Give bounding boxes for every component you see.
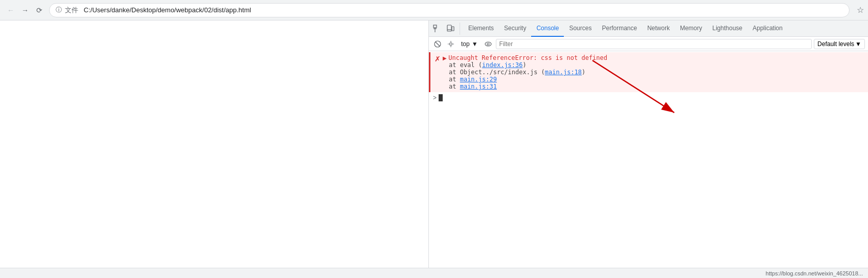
stack-link-3[interactable]: main.js:29	[460, 76, 497, 83]
levels-dropdown-icon: ▼	[855, 40, 861, 48]
context-value: top	[461, 40, 470, 48]
reload-button[interactable]: ⟳	[33, 4, 46, 17]
main-area: Elements Security Console Sources Perfor…	[0, 20, 868, 268]
prompt-chevron-icon: >	[433, 94, 437, 101]
error-expand-toggle[interactable]: ▶	[443, 55, 447, 61]
tab-security[interactable]: Security	[499, 20, 531, 37]
console-cursor	[439, 94, 443, 101]
stack-line-4: at main.js:31	[449, 83, 864, 90]
svg-rect-3	[447, 25, 451, 31]
back-button[interactable]: ←	[4, 4, 17, 17]
devtools-tabs-bar: Elements Security Console Sources Perfor…	[429, 20, 868, 37]
console-settings-button[interactable]	[445, 38, 456, 50]
default-levels-button[interactable]: Default levels ▼	[814, 39, 865, 49]
address-bar[interactable]: ⓘ 文件 C:/Users/danke/Desktop/demo/webpack…	[49, 3, 850, 17]
forward-button[interactable]: →	[18, 4, 32, 17]
svg-rect-0	[433, 25, 437, 28]
svg-point-13	[485, 42, 491, 46]
svg-line-7	[436, 42, 440, 46]
console-clear-button[interactable]	[432, 38, 443, 50]
tab-performance[interactable]: Performance	[597, 20, 642, 37]
error-header: ▶ Uncaught ReferenceError: css is not de…	[443, 54, 864, 61]
stack-line-2: at Object../src/index.js (main.js:18)	[449, 69, 864, 76]
browser-window: ← → ⟳ ⓘ 文件 C:/Users/danke/Desktop/demo/w…	[0, 0, 868, 278]
file-label: 文件	[65, 6, 78, 14]
browser-toolbar: ← → ⟳ ⓘ 文件 C:/Users/danke/Desktop/demo/w…	[0, 0, 868, 20]
stack-link-2[interactable]: main.js:18	[545, 69, 582, 76]
tab-sources[interactable]: Sources	[564, 20, 597, 37]
stack-link-1[interactable]: index.js:36	[482, 61, 522, 69]
eye-button[interactable]	[483, 38, 494, 50]
error-stack-trace: at eval (index.js:36) at Object../src/in…	[443, 61, 864, 90]
error-message-text: Uncaught ReferenceError: css is not defi…	[448, 54, 607, 61]
default-levels-label: Default levels	[817, 40, 854, 48]
error-icon: ✗	[435, 55, 441, 63]
context-selector[interactable]: top ▼	[459, 39, 481, 49]
status-url: https://blog.csdn.net/weixin_4625018...	[766, 270, 863, 276]
dropdown-icon: ▼	[472, 40, 478, 48]
devtools-action-icons	[431, 23, 460, 35]
tab-console[interactable]: Console	[531, 20, 564, 37]
reload-icon: ⟳	[36, 6, 42, 14]
stack-line-1: at eval (index.js:36)	[449, 61, 864, 69]
svg-rect-5	[452, 27, 454, 31]
device-toolbar-button[interactable]	[444, 23, 456, 35]
tab-lighthouse[interactable]: Lighthouse	[707, 20, 748, 37]
tab-network[interactable]: Network	[642, 20, 675, 37]
status-bar: https://blog.csdn.net/weixin_4625018...	[0, 268, 868, 278]
page-content	[0, 20, 428, 268]
inspect-element-button[interactable]	[431, 23, 443, 35]
devtools-panel: Elements Security Console Sources Perfor…	[428, 20, 868, 268]
tab-elements[interactable]: Elements	[463, 20, 499, 37]
console-output: ✗ ▶ Uncaught ReferenceError: css is not …	[429, 51, 868, 268]
filter-input[interactable]	[496, 39, 812, 49]
bookmark-icon[interactable]: ☆	[857, 5, 864, 15]
tab-memory[interactable]: Memory	[675, 20, 707, 37]
nav-buttons: ← → ⟳	[4, 4, 46, 17]
stack-link-4[interactable]: main.js:31	[460, 83, 497, 90]
error-content: ▶ Uncaught ReferenceError: css is not de…	[443, 54, 864, 90]
svg-point-14	[487, 43, 489, 45]
info-icon: ⓘ	[56, 6, 62, 14]
stack-line-3: at main.js:29	[449, 76, 864, 83]
address-text: 文件 C:/Users/danke/Desktop/demo/webpack/0…	[65, 6, 843, 15]
tab-application[interactable]: Application	[747, 20, 788, 37]
console-toolbar: top ▼ Default levels ▼	[429, 37, 868, 51]
console-prompt-row: >	[429, 92, 868, 103]
svg-point-8	[450, 42, 452, 45]
console-error-entry: ✗ ▶ Uncaught ReferenceError: css is not …	[429, 52, 868, 92]
address-url: C:/Users/danke/Desktop/demo/webpack/02/d…	[84, 6, 251, 14]
back-icon: ←	[7, 6, 14, 14]
forward-icon: →	[21, 6, 29, 14]
